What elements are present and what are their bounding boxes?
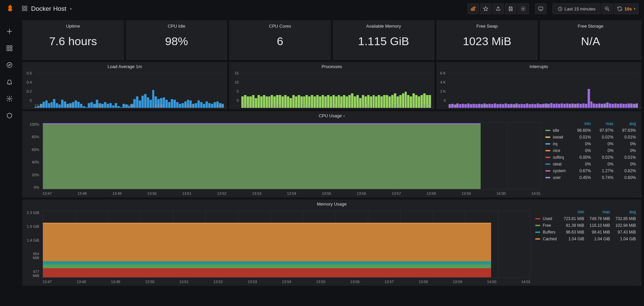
panel-resize-handle[interactable] (534, 57, 538, 60)
stat-title: Free Storage (578, 24, 603, 29)
panel-title[interactable]: Processes (229, 62, 434, 70)
time-range-picker[interactable]: Last 15 minutes (553, 3, 601, 14)
svg-rect-19 (7, 46, 9, 48)
panel-resize-handle[interactable] (327, 57, 331, 60)
mini-bar-chart[interactable]: 02 K4 K6 K13:4813:5013:5213:5413:5613:58… (436, 70, 641, 109)
singlestat-panel: Uptime7.6 hours (22, 20, 124, 60)
stat-value: 7.6 hours (49, 35, 97, 48)
panel-resize-handle[interactable] (224, 57, 227, 60)
panel-title-memory-usage[interactable]: Memory Usage (22, 200, 641, 209)
legend-series[interactable]: irq (543, 141, 570, 147)
cpu-usage-chart[interactable]: 0%20%40%60%80%100% 13:4713:4813:4913:501… (26, 120, 541, 197)
svg-rect-6 (474, 7, 475, 10)
svg-rect-11 (539, 7, 543, 10)
svg-rect-4 (471, 8, 472, 10)
svg-rect-5 (473, 7, 473, 10)
dashboard-settings-button[interactable] (517, 3, 529, 14)
stat-value: 1.115 GiB (358, 35, 409, 48)
panel-resize-handle[interactable] (120, 57, 124, 60)
refresh-interval-label: 10s (624, 6, 632, 11)
singlestat-panel: Free Swap1023 MiB (436, 20, 538, 60)
stat-title: Uptime (66, 24, 80, 29)
panel-title-cpu-usage[interactable]: CPU Usage▾ (22, 111, 641, 120)
svg-marker-9 (483, 6, 488, 11)
panel-resize-handle[interactable] (638, 282, 641, 286)
panel-title[interactable]: Load Average 1m (22, 62, 227, 70)
singlestat-panel: Available Memory1.115 GiB (333, 20, 434, 60)
panel-resize-handle[interactable] (638, 106, 641, 109)
legend-series[interactable]: steal (543, 161, 570, 167)
svg-point-10 (522, 8, 524, 9)
create-icon[interactable] (6, 28, 13, 35)
svg-rect-20 (10, 46, 12, 48)
legend-series[interactable]: iowait (543, 134, 570, 141)
stat-title: Free Swap (477, 24, 498, 29)
panel-resize-handle[interactable] (638, 194, 641, 197)
panel-resize-handle[interactable] (638, 57, 641, 60)
stat-title: CPU Idle (168, 24, 185, 29)
svg-rect-0 (22, 6, 24, 8)
legend-series[interactable]: nice (543, 147, 570, 154)
stat-title: CPU Cores (269, 24, 291, 29)
alerting-icon[interactable] (6, 78, 13, 86)
stat-value: 98% (165, 35, 188, 48)
svg-marker-24 (9, 64, 10, 66)
svg-rect-3 (25, 9, 27, 10)
dashboard-icon (22, 5, 28, 12)
panel-resize-handle[interactable] (224, 106, 227, 109)
legend-series[interactable]: Buffers (533, 229, 560, 236)
server-admin-icon[interactable] (6, 112, 13, 119)
legend-series[interactable]: user (543, 174, 570, 181)
chevron-down-icon: ▾ (634, 7, 636, 10)
panel-memory-usage: Memory Usage 477 MiB954 MiB1.4 GiB1.9 Gi… (22, 200, 641, 286)
panel-cpu-usage: CPU Usage▾ 0%20%40%60%80%100% 13:4713:48… (22, 111, 641, 197)
svg-rect-2 (22, 9, 24, 10)
panel-title[interactable]: Interrupts (436, 62, 641, 70)
stat-value: 6 (277, 35, 283, 48)
explore-icon[interactable] (6, 61, 13, 69)
stat-value: 1023 MiB (463, 35, 511, 48)
svg-rect-1 (25, 6, 27, 8)
legend-series[interactable]: system (543, 167, 570, 174)
configuration-icon[interactable] (6, 95, 13, 102)
memory-usage-legend: minmaxavgUsed723.81 MiB749.76 MiB732.85 … (533, 209, 638, 286)
legend-series[interactable]: Used (533, 215, 560, 222)
chevron-down-icon: ▾ (343, 114, 345, 118)
svg-line-15 (608, 9, 609, 11)
chevron-down-icon: ▾ (70, 7, 72, 11)
legend-series[interactable]: Free (533, 222, 560, 229)
dashboards-icon[interactable] (6, 44, 13, 52)
memory-usage-chart[interactable]: 477 MiB954 MiB1.4 GiB1.9 GiB2.3 GiB 13:4… (26, 209, 531, 286)
panel-resize-handle[interactable] (431, 106, 434, 109)
legend-series[interactable]: Cached (533, 236, 560, 242)
singlestat-panel: Free StorageN/A (540, 20, 641, 60)
dashboard-title: Docker Host (31, 5, 66, 12)
stat-title: Available Memory (366, 24, 401, 29)
svg-point-23 (7, 63, 12, 68)
star-dashboard-button[interactable] (480, 3, 491, 14)
mini-bar-panel: Load Average 1m00.20.40.613:4813:5013:52… (22, 62, 227, 109)
mini-bar-chart[interactable]: 05101513:4813:5013:5213:5413:5613:5814:0… (229, 70, 434, 109)
svg-rect-22 (10, 49, 12, 51)
mini-bar-panel: Processes05101513:4813:5013:5213:5413:56… (229, 62, 434, 109)
legend-series[interactable]: idle (543, 127, 570, 134)
add-panel-button[interactable] (467, 3, 479, 14)
cpu-usage-legend: minmaxavgidle96.60%97.97%97.63%iowait0.0… (543, 120, 638, 197)
singlestat-panel: CPU Idle98% (126, 20, 227, 60)
save-dashboard-button[interactable] (505, 3, 516, 14)
refresh-button[interactable]: 10s ▾ (614, 3, 639, 14)
mini-bar-chart[interactable]: 00.20.40.613:4813:5013:5213:5413:5613:58… (22, 70, 227, 109)
singlestat-panel: CPU Cores6 (229, 20, 331, 60)
svg-rect-21 (7, 49, 9, 51)
dashboard-picker[interactable]: Docker Host ▾ (22, 5, 72, 12)
legend-series[interactable]: softirq (543, 154, 570, 161)
grafana-logo-icon[interactable] (5, 4, 15, 13)
stat-value: N/A (581, 35, 600, 48)
mini-bar-panel: Interrupts02 K4 K6 K13:4813:5013:5213:54… (436, 62, 641, 109)
share-dashboard-button[interactable] (492, 3, 504, 14)
svg-point-25 (9, 98, 10, 100)
zoom-out-button[interactable] (601, 3, 613, 14)
panel-resize-handle[interactable] (431, 57, 434, 60)
time-range-label: Last 15 minutes (565, 6, 596, 11)
cycle-view-mode-button[interactable] (535, 3, 546, 14)
